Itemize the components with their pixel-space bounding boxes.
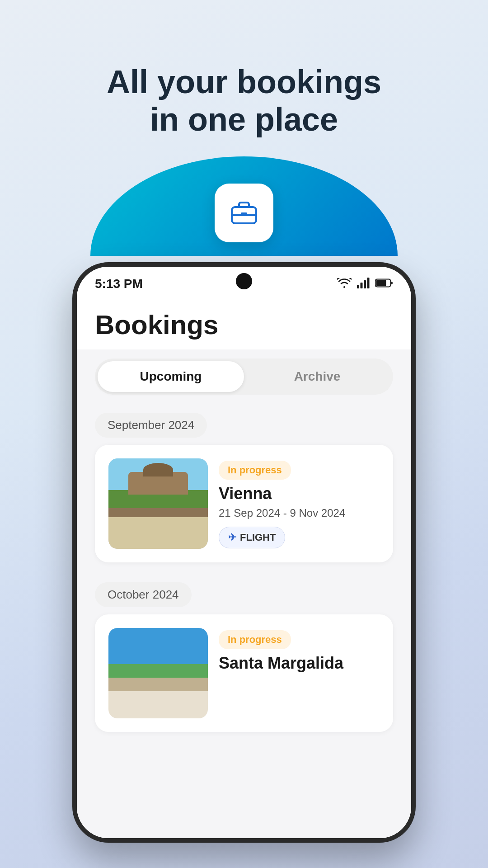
phone-mockup: 5:13 PM [72, 262, 416, 843]
svg-rect-4 [361, 283, 363, 288]
status-badge-santa: In progress [219, 630, 291, 649]
booking-info-santa: In progress Santa Margalida [219, 628, 380, 676]
svg-rect-8 [376, 280, 386, 286]
booking-type-vienna: ✈ FLIGHT [219, 527, 285, 548]
status-badge-vienna: In progress [219, 461, 291, 480]
svg-rect-6 [367, 278, 370, 288]
status-icons [337, 277, 393, 291]
wifi-icon [337, 277, 352, 291]
phone-content: Bookings Upcoming Archive September 2024… [77, 296, 411, 838]
page-title: Bookings [77, 296, 411, 349]
flight-icon-vienna: ✈ [228, 532, 236, 543]
booking-card-santa[interactable]: In progress Santa Margalida [95, 614, 393, 732]
booking-city-vienna: Vienna [219, 484, 380, 503]
hero-section: All your bookings in one place [0, 0, 488, 156]
app-icon-box [215, 184, 273, 242]
section-september: September 2024 In progress Vienna 21 Sep… [95, 404, 393, 562]
booking-card-vienna[interactable]: In progress Vienna 21 Sep 2024 - 9 Nov 2… [95, 445, 393, 562]
santa-image [108, 628, 208, 718]
svg-rect-5 [364, 280, 366, 288]
vienna-image [108, 458, 208, 549]
battery-icon [375, 278, 393, 290]
booking-city-santa: Santa Margalida [219, 654, 380, 673]
section-october: October 2024 In progress Santa Margalida [95, 573, 393, 732]
status-time: 5:13 PM [95, 277, 143, 291]
briefcase-icon [228, 196, 260, 230]
tab-upcoming[interactable]: Upcoming [98, 361, 244, 392]
booking-image-santa [108, 628, 208, 718]
booking-image-vienna [108, 458, 208, 549]
tab-archive[interactable]: Archive [244, 361, 390, 392]
camera-notch [236, 273, 252, 289]
signal-icon [357, 278, 370, 290]
month-label-october: October 2024 [95, 582, 192, 607]
status-bar: 5:13 PM [77, 267, 411, 296]
month-label-september: September 2024 [95, 413, 207, 438]
hero-title: All your bookings in one place [0, 63, 488, 138]
tab-switcher[interactable]: Upcoming Archive [95, 359, 393, 395]
svg-rect-3 [357, 285, 359, 288]
booking-dates-vienna: 21 Sep 2024 - 9 Nov 2024 [219, 507, 380, 519]
booking-info-vienna: In progress Vienna 21 Sep 2024 - 9 Nov 2… [219, 458, 380, 548]
app-icon-section [0, 156, 488, 256]
